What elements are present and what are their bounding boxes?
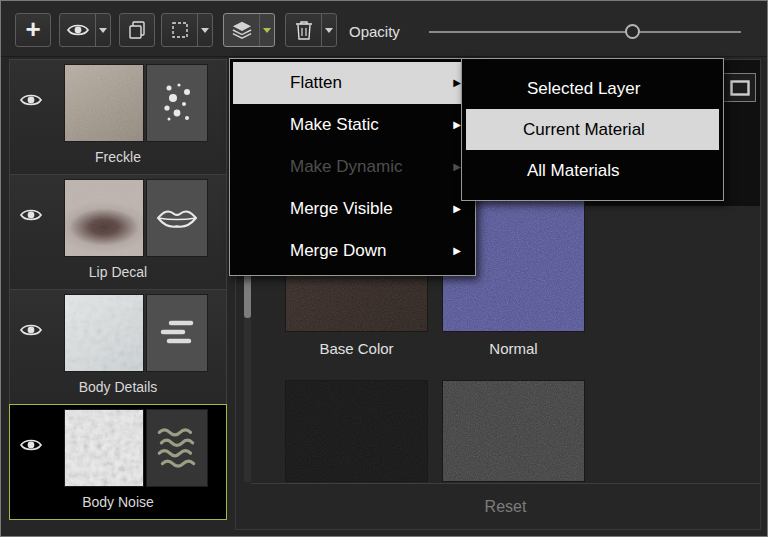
layer-thumbnail[interactable] (64, 294, 144, 372)
flatten-submenu: Selected Layer Current Material All Mate… (461, 58, 724, 201)
delete-button-group (285, 13, 337, 47)
submenu-arrow-icon: ▶ (453, 146, 461, 188)
texture-overlay (65, 180, 143, 256)
layer-visibility-toggle[interactable] (19, 436, 43, 458)
material-card-label: Base Color (285, 340, 428, 357)
submenu-item-all-materials[interactable]: All Materials (462, 150, 723, 191)
copy-icon (127, 20, 147, 40)
layer-mask-thumbnail[interactable] (146, 179, 208, 257)
screen-view-button[interactable] (723, 73, 756, 102)
layer-item-lip-decal[interactable]: Lip Decal (9, 174, 227, 290)
menu-item-label: Current Material (523, 120, 645, 139)
selection-dropdown-arrow[interactable] (197, 14, 212, 46)
submenu-arrow-icon: ▶ (453, 188, 461, 230)
texture-overlay (286, 381, 427, 481)
submenu-arrow-icon: ▶ (453, 104, 461, 146)
layer-label: Body Details (10, 379, 226, 395)
menu-item-make-dynamic: Make Dynamic ▶ (230, 146, 475, 188)
visibility-button-group (59, 13, 111, 47)
layer-operations-button[interactable] (224, 14, 259, 46)
eye-icon (66, 21, 90, 39)
texture-overlay (65, 410, 143, 486)
material-card-label: Normal (442, 340, 585, 357)
visibility-dropdown-arrow[interactable] (95, 14, 110, 46)
layer-label: Body Noise (10, 494, 226, 510)
delete-dropdown-arrow[interactable] (321, 14, 336, 46)
noise-mask-icon (155, 424, 199, 472)
layer-mask-thumbnail[interactable] (146, 64, 208, 142)
opacity-label: Opacity (349, 23, 400, 40)
monitor-icon (730, 80, 750, 96)
layer-label: Lip Decal (10, 264, 226, 280)
texture-overlay (65, 65, 143, 141)
layer-label: Freckle (10, 149, 226, 165)
texture-overlay (443, 381, 584, 481)
eye-icon (19, 436, 43, 454)
app-window: + (0, 0, 768, 537)
menu-item-label: Merge Down (290, 241, 386, 260)
lips-mask-icon (156, 205, 198, 231)
selection-button[interactable] (162, 14, 197, 46)
delete-layer-button[interactable] (286, 14, 321, 46)
layer-mask-thumbnail[interactable] (146, 294, 208, 372)
texture-overlay (65, 295, 143, 371)
submenu-arrow-icon: ▶ (453, 230, 461, 272)
layer-visibility-toggle[interactable] (19, 206, 43, 228)
layers-icon (231, 20, 253, 40)
add-layer-button[interactable]: + (15, 13, 51, 47)
opacity-slider-track[interactable] (429, 31, 741, 33)
menu-item-label: Make Static (290, 115, 379, 134)
eye-icon (19, 206, 43, 224)
chevron-down-icon (325, 28, 333, 33)
layer-thumbnail[interactable] (64, 64, 144, 142)
eye-icon (19, 91, 43, 109)
layer-thumbnail[interactable] (64, 409, 144, 487)
layer-operations-dropdown-arrow[interactable] (259, 14, 274, 46)
submenu-item-current-material[interactable]: Current Material (466, 109, 719, 150)
trash-icon (295, 20, 313, 40)
opacity-slider-handle[interactable] (625, 24, 640, 39)
layer-operations-menu: Flatten ▶ Make Static ▶ Make Dynamic ▶ M… (229, 58, 476, 276)
reset-button[interactable]: Reset (251, 483, 760, 529)
menu-item-make-static[interactable]: Make Static ▶ (230, 104, 475, 146)
selection-button-group (161, 13, 213, 47)
layer-thumbnail[interactable] (64, 179, 144, 257)
material-card[interactable] (442, 380, 585, 482)
submenu-item-selected-layer[interactable]: Selected Layer (462, 68, 723, 109)
layer-item-body-details[interactable]: Body Details (9, 289, 227, 405)
submenu-arrow-icon: ▶ (453, 62, 461, 104)
plus-icon: + (25, 16, 40, 42)
eye-icon (19, 321, 43, 339)
opacity-slider[interactable] (429, 19, 741, 45)
strokes-mask-icon (157, 317, 197, 349)
menu-item-merge-visible[interactable]: Merge Visible ▶ (230, 188, 475, 230)
layer-operations-button-group (223, 13, 275, 47)
chevron-down-icon (99, 28, 107, 33)
layer-visibility-toggle[interactable] (19, 91, 43, 113)
material-card[interactable] (285, 380, 428, 482)
layer-item-freckle[interactable]: Freckle (9, 59, 227, 175)
menu-item-label: Merge Visible (290, 199, 393, 218)
spatter-mask-icon (159, 80, 195, 126)
chevron-down-icon (201, 28, 209, 33)
toggle-visibility-button[interactable] (60, 14, 95, 46)
menu-item-label: Make Dynamic (290, 157, 402, 176)
layer-mask-thumbnail[interactable] (146, 409, 208, 487)
menu-item-label: All Materials (527, 161, 620, 180)
layer-item-body-noise[interactable]: Body Noise (9, 404, 227, 520)
marquee-select-icon (170, 20, 190, 40)
layer-visibility-toggle[interactable] (19, 321, 43, 343)
layer-toolbar: + (1, 1, 767, 57)
menu-item-label: Selected Layer (527, 79, 640, 98)
chevron-down-icon (263, 28, 271, 33)
layer-panel: Freckle Lip Decal (9, 59, 227, 522)
duplicate-layer-button[interactable] (119, 13, 155, 47)
menu-item-flatten[interactable]: Flatten ▶ (233, 62, 472, 104)
menu-item-merge-down[interactable]: Merge Down ▶ (230, 230, 475, 272)
menu-item-label: Flatten (290, 73, 342, 92)
